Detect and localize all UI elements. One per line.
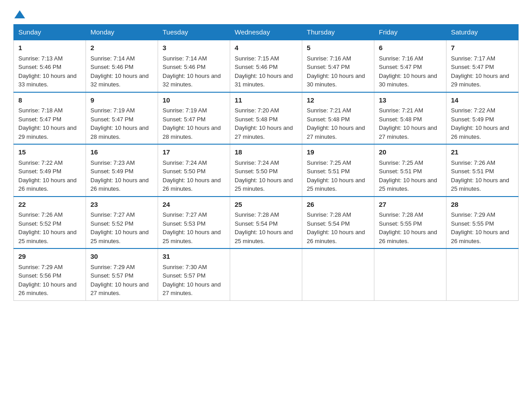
daylight-label: Daylight: 10 hours and 26 minutes.	[451, 229, 509, 244]
calendar-cell: 10 Sunrise: 7:19 AM Sunset: 5:47 PM Dayl…	[158, 92, 230, 145]
daylight-label: Daylight: 10 hours and 25 minutes.	[451, 177, 509, 193]
sunrise-label: Sunrise: 7:21 AM	[379, 107, 423, 114]
calendar-cell: 19 Sunrise: 7:25 AM Sunset: 5:51 PM Dayl…	[302, 144, 374, 197]
daylight-label: Daylight: 10 hours and 30 minutes.	[379, 73, 437, 88]
sunrise-label: Sunrise: 7:27 AM	[90, 211, 135, 218]
sunrise-label: Sunrise: 7:29 AM	[90, 264, 135, 270]
sunset-label: Sunset: 5:57 PM	[90, 272, 133, 279]
calendar-cell	[302, 248, 374, 300]
calendar-cell: 17 Sunrise: 7:24 AM Sunset: 5:50 PM Dayl…	[158, 144, 230, 197]
calendar-cell	[230, 248, 302, 300]
day-number: 2	[90, 43, 153, 53]
daylight-label: Daylight: 10 hours and 32 minutes.	[163, 73, 221, 88]
day-number: 8	[18, 95, 81, 106]
col-header-thursday: Thursday	[302, 25, 374, 40]
sunrise-label: Sunrise: 7:17 AM	[451, 55, 495, 62]
calendar-cell: 3 Sunrise: 7:14 AM Sunset: 5:46 PM Dayli…	[158, 40, 230, 92]
sunset-label: Sunset: 5:56 PM	[18, 272, 61, 279]
day-number: 9	[90, 95, 153, 106]
col-header-wednesday: Wednesday	[230, 25, 302, 40]
sunrise-label: Sunrise: 7:19 AM	[163, 107, 207, 114]
daylight-label: Daylight: 10 hours and 30 minutes.	[307, 73, 365, 88]
daylight-label: Daylight: 10 hours and 26 minutes.	[18, 281, 77, 297]
daylight-label: Daylight: 10 hours and 29 minutes.	[451, 73, 509, 88]
calendar-table: SundayMondayTuesdayWednesdayThursdayFrid…	[13, 24, 519, 301]
calendar-cell: 6 Sunrise: 7:16 AM Sunset: 5:47 PM Dayli…	[374, 40, 446, 92]
sunset-label: Sunset: 5:54 PM	[307, 220, 350, 227]
calendar-cell: 7 Sunrise: 7:17 AM Sunset: 5:47 PM Dayli…	[446, 40, 519, 92]
sunrise-label: Sunrise: 7:23 AM	[90, 159, 135, 166]
day-number: 27	[379, 200, 442, 210]
page-header	[13, 9, 519, 15]
daylight-label: Daylight: 10 hours and 26 minutes.	[307, 229, 365, 244]
calendar-cell: 30 Sunrise: 7:29 AM Sunset: 5:57 PM Dayl…	[86, 248, 158, 300]
sunrise-label: Sunrise: 7:21 AM	[307, 107, 351, 114]
sunset-label: Sunset: 5:55 PM	[451, 220, 494, 227]
daylight-label: Daylight: 10 hours and 27 minutes.	[307, 124, 365, 140]
daylight-label: Daylight: 10 hours and 26 minutes.	[18, 177, 77, 193]
calendar-cell	[446, 248, 519, 300]
day-number: 3	[163, 43, 225, 53]
daylight-label: Daylight: 10 hours and 25 minutes.	[235, 229, 293, 244]
day-number: 23	[90, 200, 153, 210]
day-number: 17	[163, 147, 225, 158]
sunset-label: Sunset: 5:47 PM	[90, 116, 133, 123]
sunrise-label: Sunrise: 7:19 AM	[90, 107, 135, 114]
day-number: 22	[18, 200, 81, 210]
sunset-label: Sunset: 5:51 PM	[379, 168, 422, 175]
calendar-cell: 22 Sunrise: 7:26 AM Sunset: 5:52 PM Dayl…	[14, 197, 86, 249]
calendar-cell: 5 Sunrise: 7:16 AM Sunset: 5:47 PM Dayli…	[302, 40, 374, 92]
sunset-label: Sunset: 5:49 PM	[18, 168, 61, 175]
calendar-cell: 20 Sunrise: 7:25 AM Sunset: 5:51 PM Dayl…	[374, 144, 446, 197]
sunrise-label: Sunrise: 7:16 AM	[307, 55, 351, 62]
day-number: 20	[379, 147, 442, 158]
sunset-label: Sunset: 5:50 PM	[163, 168, 206, 175]
calendar-cell: 23 Sunrise: 7:27 AM Sunset: 5:52 PM Dayl…	[86, 197, 158, 249]
sunset-label: Sunset: 5:52 PM	[90, 220, 133, 227]
logo	[13, 9, 26, 15]
calendar-cell: 16 Sunrise: 7:23 AM Sunset: 5:49 PM Dayl…	[86, 144, 158, 197]
sunrise-label: Sunrise: 7:29 AM	[18, 264, 63, 270]
sunset-label: Sunset: 5:52 PM	[18, 220, 61, 227]
daylight-label: Daylight: 10 hours and 25 minutes.	[163, 229, 221, 244]
calendar-cell: 28 Sunrise: 7:29 AM Sunset: 5:55 PM Dayl…	[446, 197, 519, 249]
calendar-week-row: 29 Sunrise: 7:29 AM Sunset: 5:56 PM Dayl…	[14, 248, 519, 300]
sunrise-label: Sunrise: 7:28 AM	[379, 211, 423, 218]
calendar-cell: 29 Sunrise: 7:29 AM Sunset: 5:56 PM Dayl…	[14, 248, 86, 300]
sunrise-label: Sunrise: 7:15 AM	[235, 55, 279, 62]
daylight-label: Daylight: 10 hours and 26 minutes.	[379, 229, 437, 244]
calendar-cell: 14 Sunrise: 7:22 AM Sunset: 5:49 PM Dayl…	[446, 92, 519, 145]
day-number: 21	[451, 147, 514, 158]
day-number: 25	[235, 200, 297, 210]
calendar-cell: 1 Sunrise: 7:13 AM Sunset: 5:46 PM Dayli…	[14, 40, 86, 92]
sunset-label: Sunset: 5:49 PM	[90, 168, 133, 175]
calendar-cell: 9 Sunrise: 7:19 AM Sunset: 5:47 PM Dayli…	[86, 92, 158, 145]
calendar-cell: 15 Sunrise: 7:22 AM Sunset: 5:49 PM Dayl…	[14, 144, 86, 197]
day-number: 28	[451, 200, 514, 210]
daylight-label: Daylight: 10 hours and 27 minutes.	[163, 281, 221, 297]
day-number: 31	[163, 252, 225, 262]
sunset-label: Sunset: 5:54 PM	[235, 220, 278, 227]
day-number: 10	[163, 95, 225, 106]
day-number: 30	[90, 252, 153, 262]
calendar-header-row: SundayMondayTuesdayWednesdayThursdayFrid…	[14, 25, 519, 40]
col-header-saturday: Saturday	[446, 25, 519, 40]
day-number: 29	[18, 252, 81, 262]
day-number: 14	[451, 95, 514, 106]
calendar-cell: 12 Sunrise: 7:21 AM Sunset: 5:48 PM Dayl…	[302, 92, 374, 145]
sunset-label: Sunset: 5:48 PM	[307, 116, 350, 123]
daylight-label: Daylight: 10 hours and 26 minutes.	[163, 177, 221, 193]
daylight-label: Daylight: 10 hours and 27 minutes.	[235, 124, 293, 140]
calendar-cell: 27 Sunrise: 7:28 AM Sunset: 5:55 PM Dayl…	[374, 197, 446, 249]
daylight-label: Daylight: 10 hours and 27 minutes.	[90, 281, 149, 297]
calendar-cell: 21 Sunrise: 7:26 AM Sunset: 5:51 PM Dayl…	[446, 144, 519, 197]
day-number: 19	[307, 147, 369, 158]
calendar-cell: 18 Sunrise: 7:24 AM Sunset: 5:50 PM Dayl…	[230, 144, 302, 197]
day-number: 11	[235, 95, 297, 106]
logo-triangle-icon	[14, 10, 25, 18]
sunrise-label: Sunrise: 7:27 AM	[163, 211, 207, 218]
day-number: 12	[307, 95, 369, 106]
daylight-label: Daylight: 10 hours and 25 minutes.	[235, 177, 293, 193]
sunset-label: Sunset: 5:47 PM	[163, 116, 206, 123]
daylight-label: Daylight: 10 hours and 32 minutes.	[90, 73, 149, 88]
